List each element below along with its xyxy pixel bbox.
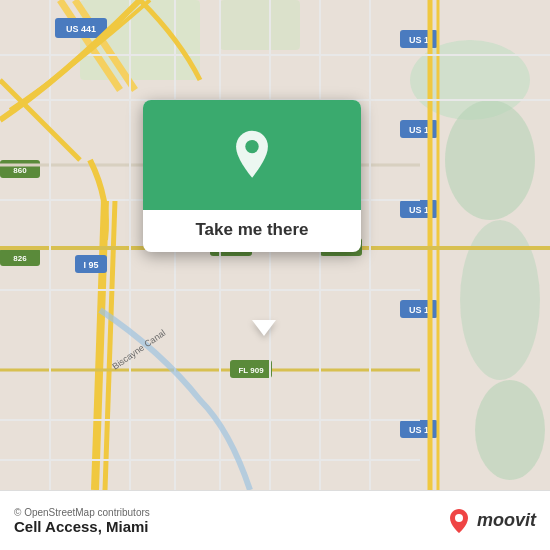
svg-text:US 1: US 1 [409,305,429,315]
svg-point-4 [475,380,545,480]
svg-text:826: 826 [13,254,27,263]
popup-pointer [252,320,276,336]
take-me-there-button[interactable]: Take me there [179,210,324,252]
copyright-text: © OpenStreetMap contributors [14,507,150,518]
bottom-info-bar: © OpenStreetMap contributors Cell Access… [0,490,550,550]
location-pin-icon [226,129,278,181]
map-view[interactable]: US 441 US 1 US 1 US 1 US 1 US 1 I 95 860… [0,0,550,490]
moovit-label: moovit [477,510,536,531]
svg-point-51 [455,514,463,522]
location-name: Cell Access, Miami [14,518,150,535]
location-popup: Take me there [143,100,361,252]
svg-text:860: 860 [13,166,27,175]
svg-text:US 1: US 1 [409,125,429,135]
svg-rect-6 [220,0,300,50]
moovit-logo[interactable]: moovit [445,507,536,535]
svg-text:FL 909: FL 909 [238,366,264,375]
svg-text:US 1: US 1 [409,35,429,45]
svg-text:US 1: US 1 [409,205,429,215]
moovit-pin-icon [445,507,473,535]
svg-point-3 [460,220,540,380]
svg-text:US 1: US 1 [409,425,429,435]
popup-header [143,100,361,210]
svg-text:US 441: US 441 [66,24,96,34]
location-info: © OpenStreetMap contributors Cell Access… [14,507,150,535]
svg-text:I 95: I 95 [83,260,98,270]
svg-point-2 [445,100,535,220]
svg-point-50 [245,140,258,153]
